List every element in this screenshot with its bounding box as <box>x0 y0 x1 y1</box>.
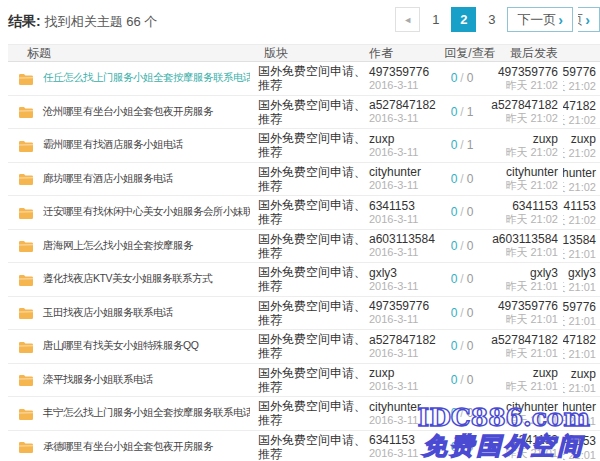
topic-title[interactable]: 承德哪里有坐台小姐全套包夜开房服务 <box>43 440 213 454</box>
forum-link[interactable]: 国外免费空间申请、 <box>258 198 369 212</box>
lastpost-cell: zuxp 昨天 21:02 <box>484 129 563 162</box>
forum-link[interactable]: 国外免费空间申请、 <box>258 232 369 246</box>
topic-title[interactable]: 迁安哪里有找休闲中心美女小姐服务会所小妹联系方式 <box>43 205 250 219</box>
forum-link-line2[interactable]: 推荐 <box>258 212 369 226</box>
forum-link[interactable]: 国外免费空间申请、 <box>258 399 369 413</box>
topic-title[interactable]: 任丘怎么找上门服务小姐全套按摩服务联系电话 <box>43 71 250 85</box>
forum-link[interactable]: 国外免费空间申请、 <box>258 299 369 313</box>
forum-link[interactable]: 国外免费空间申请、 <box>258 131 369 145</box>
lastpost-cell: a603113584 昨天 21:01 <box>484 230 563 263</box>
lastpost-author-link[interactable]: a527847182 <box>491 98 558 112</box>
lastpost-cell: cityhunter 昨天 21:01 <box>484 397 563 430</box>
folder-icon <box>18 273 34 286</box>
topic-title[interactable]: 丰宁怎么找上门服务小姐全套按摩服务联系电话 <box>43 406 250 420</box>
folder-icon <box>18 407 34 420</box>
forum-link[interactable]: 国外免费空间申请、 <box>258 265 369 279</box>
topic-title[interactable]: 遵化找夜店KTV美女小姐服务联系方式 <box>43 272 212 286</box>
author-link[interactable]: zuxp <box>369 132 440 146</box>
replies-cell: 0 / 0 <box>440 397 484 430</box>
results-count-text: 找到相关主题 66 个 <box>45 14 158 29</box>
author-cell: cityhunter 2016-3-11 <box>369 397 440 430</box>
reply-separator: / <box>460 406 463 420</box>
forum-link-line2[interactable]: 推荐 <box>258 112 369 126</box>
forum-link-line2[interactable]: 推荐 <box>258 145 369 159</box>
folder-icon <box>18 206 34 219</box>
topic-title[interactable]: 廊坊哪里有酒店小姐服务电话 <box>43 172 173 186</box>
prev-page-button[interactable]: ◄ <box>395 7 420 32</box>
forum-link-line2[interactable]: 推荐 <box>258 246 369 260</box>
topic-title[interactable]: 唐山哪里有找美女小姐特殊服务QQ <box>43 339 198 353</box>
lastpost-author-link[interactable]: cityhunter <box>506 165 558 179</box>
page-button-3[interactable]: 3 <box>479 7 504 32</box>
lastpost-author-link[interactable]: 6341153 <box>512 199 558 213</box>
author-link[interactable]: a527847182 <box>369 333 440 347</box>
lastpost-author-link[interactable]: zuxp <box>533 366 558 380</box>
forum-link-line2[interactable]: 推荐 <box>258 447 369 461</box>
forum-cell: 国外免费空间申请、 推荐 <box>250 129 369 162</box>
lastpost-author-link[interactable]: 497359776 <box>498 65 558 79</box>
lastpost-author-copy: zuxp <box>571 367 596 381</box>
forum-link-line2[interactable]: 推荐 <box>258 279 369 293</box>
forum-link-line2[interactable]: 推荐 <box>258 413 369 427</box>
author-link[interactable]: a527847182 <box>369 98 440 112</box>
lastpost-duplicate-clipped: cityhunter 昨天 21:02 <box>563 163 600 196</box>
forum-link[interactable]: 国外免费空间申请、 <box>258 366 369 380</box>
lastpost-time-copy: 昨天 21:01 <box>563 414 596 429</box>
author-link[interactable]: 6341153 <box>369 199 440 213</box>
lastpost-time: 昨天 21:01 <box>505 380 558 393</box>
reply-separator: / <box>460 71 463 85</box>
author-link[interactable]: cityhunter <box>369 165 440 179</box>
reply-separator: / <box>460 205 463 219</box>
forum-link[interactable]: 国外免费空间申请、 <box>258 433 369 447</box>
lastpost-author-copy: 497359776 <box>563 65 596 79</box>
next-page-button[interactable]: 下一页› <box>507 7 573 32</box>
author-link[interactable]: zuxp <box>369 366 440 380</box>
page-button-2-active[interactable]: 2 <box>451 7 476 32</box>
author-link[interactable]: 6341153 <box>369 433 440 447</box>
title-cell: 遵化找夜店KTV美女小姐服务联系方式 <box>8 263 250 296</box>
author-link[interactable]: cityhunter <box>369 400 440 414</box>
forum-link[interactable]: 国外免费空间申请、 <box>258 64 369 78</box>
lastpost-author-copy: 6341153 <box>563 199 596 213</box>
lastpost-time-copy: 昨天 21:02 <box>563 113 596 128</box>
lastpost-author-link[interactable]: 497359776 <box>498 299 558 313</box>
lastpost-author-link[interactable]: zuxp <box>533 132 558 146</box>
next-page-button-copy[interactable]: 下一页› <box>578 7 600 32</box>
topic-title[interactable]: 霸州哪里有找酒店服务小姐电话 <box>43 138 183 152</box>
author-cell: 497359776 2016-3-11 <box>369 297 440 330</box>
table-row: 廊坊哪里有酒店小姐服务电话 国外免费空间申请、 推荐 cityhunter 20… <box>8 163 600 197</box>
topic-title[interactable]: 玉田找夜店小姐服务联系电话 <box>43 306 173 320</box>
lastpost-time-copy: 昨天 21:01 <box>563 247 596 262</box>
forum-link-line2[interactable]: 推荐 <box>258 313 369 327</box>
reply-count: 0 <box>451 205 458 219</box>
author-link[interactable]: a603113584 <box>369 232 440 246</box>
post-date: 2016-3-11 <box>369 179 440 192</box>
header-replies: 回复/查看 <box>448 45 492 62</box>
topic-title[interactable]: 唐海网上怎么找小姐全套按摩服务 <box>43 239 193 253</box>
page-button-1[interactable]: 1 <box>423 7 448 32</box>
next-page-label-copy: 下一页 <box>578 11 583 29</box>
post-date: 2016-3-11 <box>369 313 440 326</box>
lastpost-author-copy: cityhunter <box>563 400 596 414</box>
author-link[interactable]: 497359776 <box>369 299 440 313</box>
forum-cell: 国外免费空间申请、 推荐 <box>250 397 369 430</box>
author-link[interactable]: gxly3 <box>369 266 440 280</box>
forum-link[interactable]: 国外免费空间申请、 <box>258 165 369 179</box>
forum-link[interactable]: 国外免费空间申请、 <box>258 98 369 112</box>
topic-title[interactable]: 沧州哪里有坐台小姐全套包夜开房服务 <box>43 105 213 119</box>
forum-link-line2[interactable]: 推荐 <box>258 78 369 92</box>
lastpost-time: 昨天 21:01 <box>505 280 558 293</box>
lastpost-author-link[interactable]: 6341153 <box>512 433 558 447</box>
folder-icon <box>18 139 34 152</box>
lastpost-author-link[interactable]: a603113584 <box>492 232 558 246</box>
lastpost-author-link[interactable]: a527847182 <box>491 333 558 347</box>
lastpost-author-copy: 497359776 <box>563 300 596 314</box>
forum-link-line2[interactable]: 推荐 <box>258 380 369 394</box>
forum-link[interactable]: 国外免费空间申请、 <box>258 332 369 346</box>
lastpost-author-link[interactable]: gxly3 <box>530 266 558 280</box>
lastpost-author-link[interactable]: cityhunter <box>506 400 558 414</box>
forum-link-line2[interactable]: 推荐 <box>258 346 369 360</box>
topic-title[interactable]: 滦平找服务小姐联系电话 <box>43 373 153 387</box>
forum-link-line2[interactable]: 推荐 <box>258 179 369 193</box>
author-link[interactable]: 497359776 <box>369 65 440 79</box>
